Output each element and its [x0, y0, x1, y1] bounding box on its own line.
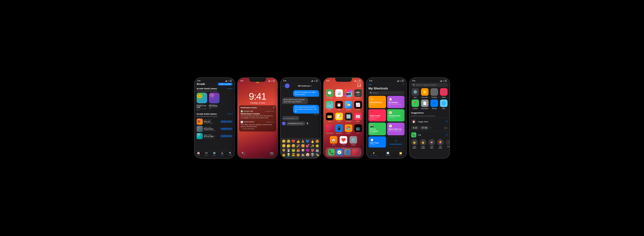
app-weather[interactable]: 🌤️Weather	[345, 101, 352, 111]
tab-search[interactable]: 🔍Search	[228, 152, 232, 156]
app-camera[interactable]: 📸Camera	[354, 89, 362, 99]
create-plus-icon: +	[395, 139, 397, 143]
app-home[interactable]: 🏠Home	[330, 136, 338, 146]
suggestion-call[interactable]: 📞 Call ⓘ	[410, 131, 450, 138]
call-suggestion-icon: 📞	[411, 132, 416, 137]
category-location[interactable]: 📍 Location	[411, 100, 419, 109]
shortcut-order-caviar[interactable]: ··· 🦞 Order Caviar Order Clever's Hummus	[368, 109, 386, 121]
ibooks-app-icon: 📚	[345, 124, 352, 132]
shortcut-start-timer[interactable]: ··· ⏱️ Start Timer 1 action	[368, 136, 386, 147]
app-maps[interactable]: 🗺️Maps	[326, 101, 333, 111]
app-itunes[interactable]: 🎵iTunes Store	[326, 124, 333, 134]
app-notes[interactable]: 📝Notes	[335, 113, 343, 122]
location-category-icon: 📍	[412, 100, 419, 107]
contact-name[interactable]: Bill Anderson >	[291, 85, 318, 87]
contacts-row: 👨 LutherWilson 👩 GayleVaughn 👩‍🦱 LydiaPe…	[410, 138, 450, 150]
more-icon-mlb: ···	[402, 124, 403, 126]
shortcut-watch-mlb[interactable]: ··· ⚾ Watch MLB Live Play live Giants ga…	[387, 122, 404, 135]
app-calendar[interactable]: MON14Calendar	[335, 89, 343, 99]
category-scripting[interactable]: ✖️ Scripting	[430, 88, 438, 98]
mic-icon[interactable]: 🎙️	[306, 122, 308, 124]
app-clock[interactable]: ⏰Clock	[335, 101, 343, 111]
category-web[interactable]: 🌐 Web	[440, 100, 448, 109]
dock-contacts[interactable]: 👤	[344, 149, 351, 155]
app-tv[interactable]: 📺TV	[354, 124, 362, 134]
app-wallet[interactable]: 💳Wallet	[326, 113, 333, 122]
app-photos[interactable]: 📷Photos	[345, 89, 352, 99]
list-item-ufo[interactable]: 🛸 Apple Arcade UFO on Tape:... Out of th…	[195, 132, 234, 140]
app-settings[interactable]: ⚙️Settings	[350, 136, 357, 146]
back-button[interactable]: ‹	[282, 84, 284, 88]
shortcuts-search-bar[interactable]: 🔍 Search	[368, 91, 404, 95]
hotlava-start-button[interactable]: START PLAYING	[220, 120, 232, 123]
shortcut-my-recipes[interactable]: ··· 📋 My Recipes Play recipe from my lis…	[387, 96, 404, 108]
category-apps[interactable]: ⚙️ Apps	[411, 88, 419, 98]
my-recipes-name: My Recipes	[389, 102, 403, 103]
app-news[interactable]: 📰News	[354, 113, 362, 122]
notif-screen-time[interactable]: 📊 SCREEN TIME Yesterday, 09:01 Weekly Re…	[239, 109, 276, 120]
family-games-see-all[interactable]: See All	[227, 88, 232, 90]
audio-play-icon[interactable]: ▶	[284, 117, 285, 119]
ufo-start-button[interactable]: START PLAYING	[220, 135, 232, 137]
action-games-see-all[interactable]: See All	[227, 113, 232, 115]
alarm-add-icon[interactable]: +	[430, 126, 432, 129]
category-media[interactable]: 🎵 Media	[440, 88, 448, 98]
alarm-time-615[interactable]: 6:15	[411, 126, 419, 130]
contact-luther-wilson[interactable]: 👨 LutherWilson	[411, 139, 418, 149]
tab-my-shortcuts[interactable]: ⚡My Shortcuts	[370, 152, 377, 156]
tab-today[interactable]: 📅Today	[197, 152, 200, 156]
app-messages[interactable]: 💬Messages	[326, 89, 333, 99]
app-appstore[interactable]: 📱App Store	[335, 124, 343, 134]
app-ibooks[interactable]: 📚iBooks	[345, 124, 352, 134]
contact-lydia-perry[interactable]: 👩‍🦱 LydiaPerry	[428, 139, 435, 149]
contact-add-more[interactable]: + Conti...	[446, 139, 450, 149]
dock-safari[interactable]: 🧭	[336, 149, 343, 155]
tab-automation[interactable]: 🔄Automation	[385, 152, 391, 156]
alarm-time-700[interactable]: 07:00	[420, 126, 429, 130]
tab-arcade[interactable]: 🕹️Arcade	[220, 152, 224, 156]
tab-gallery[interactable]: 🗂️Gallery	[399, 152, 402, 156]
category-sharing[interactable]: ↑ Sharing	[430, 100, 438, 109]
possessions-start-button[interactable]: START PLAYING	[220, 128, 232, 130]
notif-center-close[interactable]: ✕	[273, 107, 274, 109]
shortcut-heading-home[interactable]: ··· 🧭 Heading Home 3 actions	[387, 109, 404, 121]
msg-audio[interactable]: ▶ ▬▬▬▬▬▬ 0:04	[282, 116, 300, 120]
game-card-lefo[interactable]: 👾 Apple Arcade LEFO Brawls Battle with f…	[209, 93, 220, 111]
dock-phone[interactable]: 📞	[328, 149, 335, 155]
notif-google-maps[interactable]: 🗺️ GOOGLE MAPS Tuesday, 11:10 Your offli…	[239, 120, 276, 132]
shortcut-post-instagram[interactable]: ··· 📸 Post to Insragram 3 actions	[368, 122, 386, 135]
phone-dock-icon: 📞	[328, 149, 335, 155]
app-health[interactable]: ❤️Health	[340, 136, 348, 146]
status-bar-2: 9:41 ▲ ■	[238, 78, 278, 82]
siri-search-bar[interactable]: 🔍 Search for apps and actions	[411, 83, 448, 87]
shortcut-good-morning[interactable]: ☀️ Good Morning 1 action	[368, 96, 386, 108]
list-item-hotlava[interactable]: 🌋 Apple Arcade Hot Lava The floor is lav…	[195, 118, 234, 125]
lock-bottom-controls: 🔦 📷	[238, 152, 278, 155]
phone-shortcuts: 9:41 ▲ ■ Edit + My Shortcuts �	[366, 78, 407, 158]
category-favourites[interactable]: ⭐ Favourites	[421, 88, 429, 98]
tab-apps[interactable]: ⚙️Apps	[213, 152, 216, 156]
app-stocks[interactable]: 📈Stocks	[354, 101, 362, 111]
shortcuts-edit-button[interactable]: Edit	[368, 84, 372, 86]
hotlava-publisher: Apple Arcade	[204, 119, 219, 121]
family-games-title: Arcade Family Games	[196, 88, 217, 90]
flashlight-icon[interactable]: 🔦	[242, 152, 245, 155]
shortcuts-add-button[interactable]: +	[403, 83, 404, 86]
contact-gayle-vaughn[interactable]: 👩 GayleVaughn	[420, 139, 426, 149]
contact-add-icon: +	[446, 139, 450, 145]
order-caviar-actions: Order Clever's Hummus	[370, 117, 384, 120]
start-playing-button[interactable]: START PLAYING	[218, 83, 232, 86]
app-calculator[interactable]: 🔢Calculator	[345, 113, 352, 122]
category-documents[interactable]: 📄 Documents	[421, 100, 429, 109]
contact-julie-evans[interactable]: 👩‍🦰 JulieEvans	[437, 139, 444, 149]
create-shortcut-button[interactable]: + Create Shortcut	[387, 136, 404, 147]
dock-music[interactable]: 🎵	[352, 149, 359, 155]
suggestion-toggle-alarm[interactable]: ⏰ Toggle Alarm ⓘ	[410, 118, 450, 125]
shortcuts-page-title: My Shortcuts	[366, 87, 406, 91]
game-card-frogger[interactable]: 🐸 Apple Arcade Frogger in Toy Town Jump …	[196, 93, 208, 111]
list-item-possessions[interactable]: 🎮 Apple Arcade Possessions Beautiful zen…	[195, 125, 234, 132]
tab-games[interactable]: 🎮Games	[204, 152, 208, 156]
camera-lock-icon[interactable]: 📷	[270, 152, 274, 155]
frogger-publisher: Apple Arcade	[196, 104, 208, 105]
signal-icon-2	[268, 80, 270, 82]
